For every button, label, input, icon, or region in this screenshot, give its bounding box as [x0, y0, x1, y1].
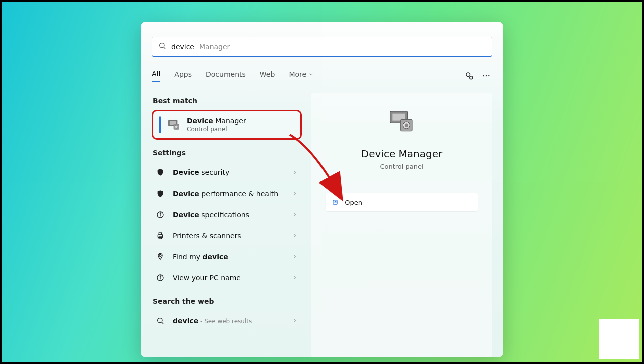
printer-icon: [155, 232, 166, 240]
shield-icon: [155, 190, 166, 198]
svg-line-22: [162, 322, 163, 324]
settings-item-device-specifications[interactable]: Device specifications: [152, 204, 302, 225]
chevron-right-icon: [292, 231, 298, 241]
shield-icon: [155, 168, 166, 176]
results-column: Best match Device Manager Control panel …: [152, 93, 302, 357]
settings-item-device-security[interactable]: Device security: [152, 162, 302, 183]
svg-point-17: [159, 254, 161, 256]
chevron-down-icon: [308, 70, 313, 78]
svg-point-0: [160, 43, 164, 47]
web-search-item[interactable]: device - See web results: [152, 310, 302, 331]
device-manager-icon: [388, 108, 416, 136]
search-suggestion-text: Manager: [199, 43, 230, 51]
info-icon: [155, 211, 166, 219]
svg-point-27: [405, 124, 408, 127]
section-settings: Settings: [153, 149, 302, 157]
svg-point-2: [466, 73, 470, 77]
filter-tabs: All Apps Documents Web More: [152, 68, 492, 84]
section-best-match: Best match: [153, 97, 302, 105]
chevron-right-icon: [292, 210, 298, 220]
chevron-right-icon: [292, 168, 298, 177]
settings-item-device-performance[interactable]: Device performance & health: [152, 183, 302, 204]
open-button[interactable]: Open: [326, 193, 478, 211]
svg-point-13: [160, 213, 160, 213]
tab-web[interactable]: Web: [260, 70, 275, 81]
svg-point-10: [175, 125, 178, 128]
settings-item-printers-scanners[interactable]: Printers & scanners: [152, 225, 302, 246]
tab-all[interactable]: All: [152, 70, 160, 82]
settings-item-find-my-device[interactable]: Find my device: [152, 246, 302, 267]
best-match-title: Device Manager: [187, 117, 246, 125]
svg-rect-15: [159, 233, 161, 235]
preview-subtitle: Control panel: [380, 163, 423, 170]
tab-more[interactable]: More: [289, 70, 313, 81]
location-icon: [155, 253, 166, 261]
svg-point-6: [488, 75, 489, 76]
search-typed-text: device: [171, 43, 194, 51]
section-search-web: Search the web: [153, 297, 302, 305]
svg-point-3: [470, 76, 473, 79]
search-input[interactable]: device Manager: [152, 37, 492, 57]
divider: [326, 186, 478, 186]
tab-apps[interactable]: Apps: [174, 70, 192, 81]
chevron-right-icon: [292, 252, 298, 262]
overlay-box: [599, 319, 639, 359]
chevron-right-icon: [292, 273, 298, 283]
external-link-icon: [332, 198, 340, 206]
tab-documents[interactable]: Documents: [206, 70, 246, 81]
selection-indicator: [159, 116, 161, 133]
recent-searches-icon[interactable]: [463, 70, 475, 82]
preview-title: Device Manager: [361, 148, 442, 160]
search-icon: [155, 317, 166, 325]
search-icon: [158, 42, 166, 52]
best-match-result[interactable]: Device Manager Control panel: [152, 110, 302, 140]
chevron-right-icon: [292, 316, 298, 326]
more-options-icon[interactable]: [480, 70, 492, 82]
svg-point-21: [158, 318, 162, 323]
best-match-subtitle: Control panel: [187, 126, 246, 133]
svg-point-20: [160, 276, 160, 276]
svg-line-1: [164, 47, 165, 49]
search-panel: device Manager All Apps Documents Web Mo…: [141, 22, 503, 357]
preview-pane: Device Manager Control panel Open: [311, 93, 492, 357]
chevron-right-icon: [292, 189, 298, 199]
device-manager-icon: [167, 118, 181, 132]
open-label: Open: [345, 199, 362, 206]
settings-item-view-pc-name[interactable]: View your PC name: [152, 267, 302, 288]
info-icon: [155, 274, 166, 282]
svg-point-5: [486, 75, 487, 76]
svg-point-4: [483, 75, 484, 76]
